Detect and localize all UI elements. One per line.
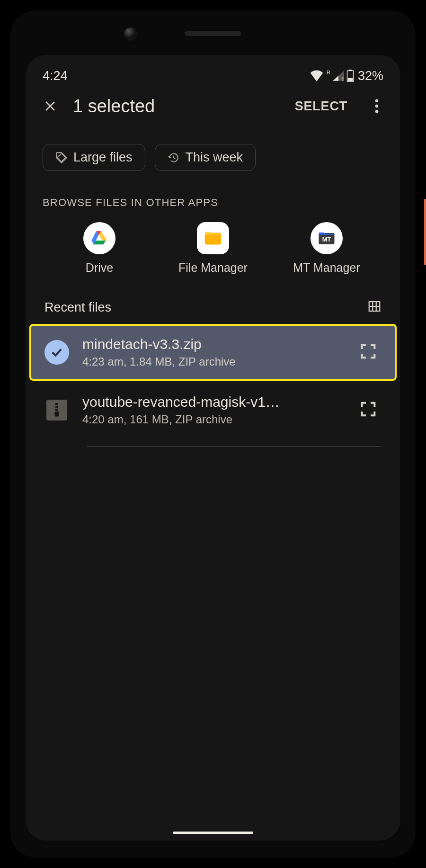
app-file-manager[interactable]: File Manager [156,222,270,275]
zip-file-icon [44,398,69,422]
chip-label: This week [186,150,243,165]
status-bar: 4:24 R ! 32% [26,55,400,84]
history-icon [168,152,180,164]
svg-rect-16 [55,406,58,408]
svg-point-5 [375,105,379,108]
grid-view-button[interactable] [367,299,382,315]
svg-point-6 [375,110,379,113]
divider [87,446,382,447]
tag-icon [55,152,68,164]
app-mt-manager[interactable]: MT MT Manager [270,222,383,275]
expand-button[interactable] [359,342,382,363]
phone-speaker [185,31,241,36]
app-label: File Manager [178,261,248,275]
file-name: mindetach-v3.3.zip [82,336,346,352]
svg-rect-18 [55,412,59,417]
svg-rect-15 [55,403,58,405]
app-label: MT Manager [293,261,360,275]
expand-button[interactable] [359,400,382,421]
svg-text:MT: MT [322,236,331,243]
battery-percent: 32% [358,69,383,83]
svg-point-4 [375,99,379,103]
recent-title: Recent files [44,300,111,315]
battery-icon [346,70,354,82]
front-camera [124,27,137,41]
select-button[interactable]: SELECT [295,99,355,114]
chip-label: Large files [73,150,133,165]
app-drive[interactable]: Drive [43,222,156,275]
chip-large-files[interactable]: Large files [43,144,145,171]
app-bar: 1 selected SELECT [26,84,400,128]
file-row-selected[interactable]: mindetach-v3.3.zip 4:23 am, 1.84 MB, ZIP… [30,325,396,380]
close-button[interactable] [39,95,62,117]
filter-chips: Large files This week [26,128,400,179]
app-label: Drive [86,261,113,275]
file-meta: 4:20 am, 161 MB, ZIP archive [82,413,346,426]
browse-section-label: BROWSE FILES IN OTHER APPS [26,179,400,209]
drive-icon [83,222,115,254]
file-name: youtube-revanced-magisk-v1… [82,394,346,410]
home-indicator[interactable] [173,832,253,834]
signal-icon: ! [332,70,345,81]
phone-side-button [424,199,426,265]
file-manager-icon [197,222,229,254]
mt-manager-icon: MT [311,222,343,254]
status-time: 4:24 [43,69,68,83]
svg-text:!: ! [342,76,344,81]
overflow-menu-button[interactable] [366,95,387,117]
roaming-indicator: R [327,70,330,75]
file-row[interactable]: youtube-revanced-magisk-v1… 4:20 am, 161… [30,383,396,438]
wifi-icon [310,70,324,81]
file-meta: 4:23 am, 1.84 MB, ZIP archive [82,355,346,368]
chip-this-week[interactable]: This week [155,144,256,171]
apps-row: Drive File Manager MT MT Manager [26,209,400,278]
selected-check-icon [44,340,69,365]
selection-title: 1 selected [73,96,284,116]
svg-point-7 [59,155,60,156]
recent-header: Recent files [26,278,400,322]
svg-rect-3 [348,78,353,81]
svg-rect-17 [55,409,58,411]
